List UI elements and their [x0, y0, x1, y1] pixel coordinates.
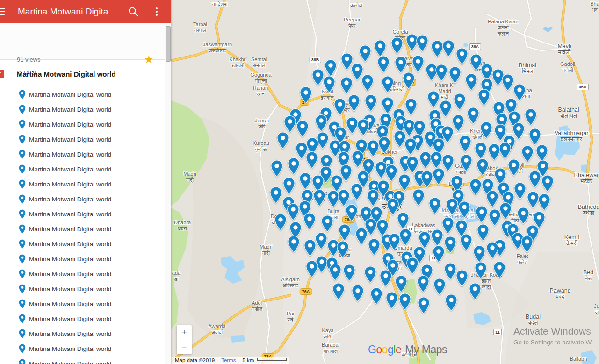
map-pin[interactable] [435, 64, 447, 82]
map-pin[interactable] [339, 224, 351, 242]
map-pin[interactable] [288, 157, 300, 175]
map-pin[interactable] [368, 238, 380, 256]
map-pin[interactable] [346, 117, 358, 135]
map-pin[interactable] [395, 275, 407, 293]
map-pin[interactable] [388, 233, 400, 251]
map-pin[interactable] [521, 145, 534, 163]
map-pin[interactable] [460, 154, 472, 172]
map-pin[interactable] [315, 232, 327, 250]
map-pin[interactable] [454, 93, 466, 111]
map-pin[interactable] [444, 263, 456, 280]
map-pin[interactable] [283, 177, 295, 195]
map-pin[interactable] [541, 175, 554, 193]
map-pin[interactable] [431, 40, 443, 58]
map-pin[interactable] [357, 119, 369, 136]
map-pin[interactable] [404, 138, 417, 156]
map-pin[interactable] [337, 241, 349, 258]
map-pin[interactable] [502, 74, 514, 92]
map-pin[interactable] [359, 45, 371, 63]
map-pin[interactable] [433, 245, 445, 263]
map-pin[interactable] [489, 209, 501, 227]
place-list-item[interactable]: Martina Motwani Digital world [0, 326, 165, 341]
map-pin[interactable] [475, 142, 487, 160]
map-pin[interactable] [412, 189, 425, 207]
place-list-item[interactable]: Martina Motwani Digital world [0, 341, 165, 356]
map-pin[interactable] [416, 35, 428, 52]
place-list-item[interactable]: Martina Motwani Digital world [0, 177, 165, 192]
map-pin[interactable] [382, 97, 394, 114]
map-pin[interactable] [397, 212, 409, 230]
place-list-item[interactable]: Martina Motwani Digital world [0, 132, 165, 147]
map-pin[interactable] [442, 40, 455, 57]
map-pin[interactable] [395, 56, 407, 74]
map-pin[interactable] [351, 183, 363, 201]
place-list-item[interactable]: Martina Motwani Digital world [0, 87, 165, 102]
map-pin[interactable] [477, 224, 489, 242]
map-pin[interactable] [427, 91, 440, 108]
map-pin[interactable] [473, 245, 485, 263]
map-pin[interactable] [304, 239, 316, 257]
map-pin[interactable] [538, 193, 550, 211]
map-pin[interactable] [391, 37, 403, 55]
map-pin[interactable] [398, 174, 411, 192]
map-pin[interactable] [329, 264, 341, 281]
map-pin[interactable] [334, 98, 346, 116]
map-pin[interactable] [377, 56, 390, 73]
map-pin[interactable] [499, 202, 512, 220]
map-pin[interactable] [287, 203, 299, 221]
sidebar-scrollbar[interactable] [165, 23, 171, 364]
map-pin[interactable] [430, 151, 442, 169]
place-list-item[interactable]: Martina Motwani Digital world [0, 251, 165, 266]
terms-link[interactable]: Terms [221, 357, 236, 363]
map-pin[interactable] [361, 74, 374, 92]
layer-checkbox[interactable]: ✓ [0, 70, 4, 78]
map-pin[interactable] [433, 168, 445, 186]
map-pin[interactable] [406, 257, 419, 275]
map-pin[interactable] [527, 191, 539, 209]
map-pin[interactable] [417, 275, 429, 293]
map-pin[interactable] [476, 158, 489, 176]
map-pin[interactable] [469, 283, 481, 300]
zoom-in-button[interactable]: + [177, 325, 192, 340]
place-list-item[interactable]: Martina Motwani Digital world [0, 296, 165, 311]
map-pin[interactable] [488, 143, 500, 161]
place-list-item[interactable]: Martina Motwani Digital world [0, 192, 165, 207]
map-pin[interactable] [346, 204, 358, 222]
map-pin[interactable] [525, 108, 537, 126]
map-pin[interactable] [446, 198, 458, 216]
map-pin[interactable] [452, 114, 464, 132]
map-pin[interactable] [478, 89, 490, 107]
map-pin[interactable] [517, 207, 529, 225]
map-pin[interactable] [325, 59, 337, 77]
map-pin[interactable] [380, 270, 392, 287]
map-pin[interactable] [343, 264, 355, 282]
map-pin[interactable] [352, 285, 364, 302]
map-pin[interactable] [367, 189, 379, 207]
map-pin[interactable] [521, 236, 533, 253]
map-pin[interactable] [399, 293, 411, 311]
map-pin[interactable] [321, 215, 333, 233]
map-pin[interactable] [499, 142, 511, 160]
map-pin[interactable] [440, 100, 452, 118]
map-pin[interactable] [431, 229, 443, 247]
map-pin[interactable] [459, 135, 471, 153]
map-pin[interactable] [442, 217, 454, 235]
map-pin[interactable] [296, 120, 309, 138]
map-pin[interactable] [364, 266, 376, 284]
more-options-icon[interactable] [151, 6, 163, 18]
map-pin[interactable] [284, 115, 296, 133]
map-pin[interactable] [421, 171, 433, 188]
map-pin[interactable] [429, 197, 441, 215]
map-pin[interactable] [469, 178, 482, 196]
map-pin[interactable] [456, 48, 468, 65]
map-pin[interactable] [271, 160, 283, 178]
map-pin[interactable] [299, 172, 311, 190]
place-list-item[interactable]: Martina Motwani Digital world [0, 102, 165, 117]
map-pin[interactable] [445, 294, 457, 312]
map-pin[interactable] [480, 121, 492, 139]
place-list-item[interactable]: Martina Motwani Digital world [0, 221, 165, 236]
map-pin[interactable] [274, 214, 287, 231]
map-pin[interactable] [312, 69, 324, 86]
map-pin[interactable] [378, 136, 390, 154]
map-pin[interactable] [370, 287, 382, 305]
